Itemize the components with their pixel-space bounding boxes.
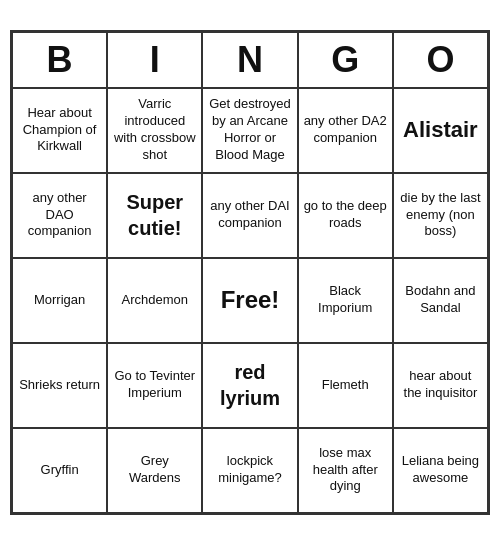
bingo-cell-11[interactable]: Archdemon	[107, 258, 202, 343]
bingo-cell-13[interactable]: Black Imporium	[298, 258, 393, 343]
bingo-cell-0[interactable]: Hear about Champion of Kirkwall	[12, 88, 107, 173]
header-letter-O: O	[393, 32, 488, 88]
bingo-cell-16[interactable]: Go to Tevinter Imperium	[107, 343, 202, 428]
bingo-cell-6[interactable]: Super cutie!	[107, 173, 202, 258]
bingo-cell-15[interactable]: Shrieks return	[12, 343, 107, 428]
header-letter-G: G	[298, 32, 393, 88]
bingo-cell-5[interactable]: any other DAO companion	[12, 173, 107, 258]
header-letter-N: N	[202, 32, 297, 88]
bingo-card: BINGO Hear about Champion of KirkwallVar…	[10, 30, 490, 515]
bingo-cell-3[interactable]: any other DA2 companion	[298, 88, 393, 173]
bingo-cell-21[interactable]: Grey Wardens	[107, 428, 202, 513]
bingo-cell-4[interactable]: Alistair	[393, 88, 488, 173]
bingo-cell-22[interactable]: lockpick minigame?	[202, 428, 297, 513]
bingo-cell-9[interactable]: die by the last enemy (non boss)	[393, 173, 488, 258]
bingo-cell-7[interactable]: any other DAI companion	[202, 173, 297, 258]
bingo-grid: Hear about Champion of KirkwallVarric in…	[12, 88, 488, 513]
bingo-cell-2[interactable]: Get destroyed by an Arcane Horror or Blo…	[202, 88, 297, 173]
bingo-cell-24[interactable]: Leliana being awesome	[393, 428, 488, 513]
bingo-cell-18[interactable]: Flemeth	[298, 343, 393, 428]
bingo-header: BINGO	[12, 32, 488, 88]
bingo-cell-8[interactable]: go to the deep roads	[298, 173, 393, 258]
header-letter-B: B	[12, 32, 107, 88]
bingo-cell-10[interactable]: Morrigan	[12, 258, 107, 343]
bingo-cell-17[interactable]: red lyrium	[202, 343, 297, 428]
bingo-cell-23[interactable]: lose max health after dying	[298, 428, 393, 513]
bingo-cell-19[interactable]: hear about the inquisitor	[393, 343, 488, 428]
bingo-cell-1[interactable]: Varric introduced with crossbow shot	[107, 88, 202, 173]
bingo-cell-14[interactable]: Bodahn and Sandal	[393, 258, 488, 343]
header-letter-I: I	[107, 32, 202, 88]
bingo-cell-20[interactable]: Gryffin	[12, 428, 107, 513]
bingo-cell-12[interactable]: Free!	[202, 258, 297, 343]
